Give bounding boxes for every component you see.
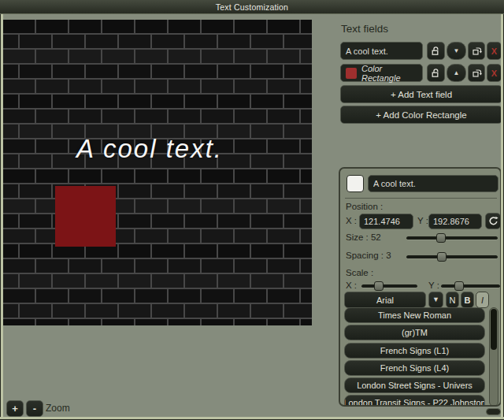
zoom-label: Zoom — [46, 403, 70, 414]
text-customization-window: Text Customization ? X A cool text. Text… — [0, 0, 504, 420]
horizontal-scrollbar-thumb[interactable] — [486, 408, 501, 415]
brick-row — [3, 304, 312, 318]
spacing-slider-thumb[interactable] — [437, 252, 447, 262]
move-up-button[interactable]: ▲ — [447, 64, 466, 82]
add-color-rectangle-label: + Add Color Rectangle — [376, 110, 466, 120]
arrow-down-icon: ▼ — [454, 48, 460, 54]
reset-position-button[interactable] — [485, 213, 501, 229]
add-text-field-button[interactable]: + Add Text field — [340, 85, 502, 103]
font-dropdown-button[interactable]: ▼ — [428, 292, 443, 308]
brick-row — [3, 259, 312, 273]
position-label: Position : — [346, 202, 383, 211]
brick-row — [3, 319, 312, 325]
font-option-label: (gr)TM — [402, 328, 428, 337]
scale-x-slider[interactable] — [361, 284, 417, 288]
brick-row — [3, 50, 312, 63]
font-option[interactable]: French Signs (L4) — [344, 360, 485, 376]
brick-row — [3, 95, 312, 108]
scale-label: Scale : — [346, 268, 373, 277]
position-x-label: X : — [346, 216, 357, 225]
brick-row — [3, 244, 312, 258]
font-option-label: French Signs (L4) — [380, 363, 449, 373]
text-value-input[interactable] — [368, 175, 498, 192]
delete-text-field-button[interactable]: X — [487, 42, 502, 60]
refresh-icon — [488, 216, 498, 226]
preview-text[interactable]: A cool text. — [76, 134, 223, 164]
preview-canvas[interactable]: A cool text. — [3, 20, 312, 325]
window-border — [0, 13, 3, 420]
move-down-button[interactable]: ▼ — [447, 42, 466, 60]
text-color-swatch[interactable] — [346, 175, 364, 192]
delete-color-rectangle-button[interactable]: X — [487, 64, 502, 82]
font-option-label: London Transit Signs - P22 Johnston — [344, 398, 485, 407]
properties-panel: Position : X : Y : Size : 52 Spacing : 3… — [339, 167, 502, 407]
brick-wall-texture — [3, 20, 312, 325]
window-border — [501, 13, 504, 420]
brick-row — [3, 65, 312, 78]
text-field-item[interactable]: A cool text. — [340, 42, 423, 60]
style-italic-label: I — [481, 295, 484, 305]
duplicate-icon — [472, 46, 482, 56]
color-rectangle-swatch[interactable] — [346, 68, 357, 79]
chevron-down-icon: ▼ — [432, 296, 439, 303]
font-option[interactable]: (gr)TM — [344, 325, 485, 340]
arrow-up-icon: ▲ — [454, 70, 460, 76]
style-normal-button[interactable]: N — [446, 292, 459, 308]
zoom-out-button[interactable]: - — [26, 400, 43, 417]
style-normal-label: N — [450, 295, 456, 305]
font-list-scrollbar-thumb[interactable] — [491, 309, 497, 350]
window-title: Text Customization — [216, 2, 288, 12]
font-option-label: French Signs (L1) — [380, 346, 449, 355]
lock-button[interactable] — [427, 42, 445, 60]
unlock-icon — [431, 46, 441, 56]
position-y-label: Y : — [417, 216, 428, 225]
delete-icon: X — [491, 46, 497, 56]
duplicate-button[interactable] — [468, 42, 485, 60]
font-list-scrollbar[interactable] — [489, 307, 498, 407]
scale-x-label: X : — [346, 281, 357, 290]
font-option[interactable]: London Transit Signs - P22 Johnston — [344, 395, 485, 407]
style-italic-button[interactable]: I — [476, 292, 489, 308]
style-bold-button[interactable]: B — [461, 292, 474, 308]
brick-row — [3, 110, 312, 123]
text-field-item-label: A cool text. — [346, 46, 388, 56]
size-slider-thumb[interactable] — [436, 233, 446, 243]
brick-row — [3, 229, 312, 243]
brick-row — [3, 80, 312, 93]
separator — [345, 198, 497, 199]
add-text-field-label: + Add Text field — [391, 90, 452, 99]
size-slider[interactable] — [406, 236, 498, 240]
font-option[interactable]: French Signs (L1) — [344, 343, 485, 359]
size-label: Size : 52 — [346, 232, 381, 242]
font-selected-label: Arial — [376, 295, 394, 305]
font-option-label: London Street Signs - Univers — [357, 381, 472, 390]
minus-icon: - — [33, 403, 36, 414]
preview-color-rectangle[interactable] — [55, 186, 116, 247]
spacing-slider[interactable] — [406, 255, 498, 259]
brick-row — [3, 214, 312, 228]
font-select-button[interactable]: Arial — [344, 292, 426, 308]
text-fields-header: Text fields — [341, 23, 388, 35]
scale-y-slider[interactable] — [441, 284, 500, 288]
scale-y-slider-thumb[interactable] — [454, 281, 464, 291]
duplicate-button[interactable] — [468, 64, 485, 82]
color-rectangle-item[interactable]: Color Rectangle — [340, 64, 423, 82]
brick-row — [3, 169, 312, 183]
brick-row — [3, 199, 312, 213]
font-option-label: Times New Roman — [378, 310, 451, 320]
titlebar[interactable]: Text Customization — [0, 0, 504, 14]
zoom-in-button[interactable]: + — [6, 400, 24, 417]
brick-row — [3, 20, 312, 33]
font-option[interactable]: Times New Roman — [344, 307, 485, 323]
font-option[interactable]: London Street Signs - Univers — [344, 377, 485, 393]
position-x-input[interactable] — [359, 214, 413, 229]
unlock-icon — [431, 68, 441, 78]
color-rectangle-item-label: Color Rectangle — [361, 64, 417, 83]
add-color-rectangle-button[interactable]: + Add Color Rectangle — [340, 106, 502, 124]
spacing-label: Spacing : 3 — [346, 251, 391, 260]
scale-x-slider-thumb[interactable] — [374, 281, 384, 291]
position-y-input[interactable] — [428, 214, 482, 229]
lock-button[interactable] — [427, 64, 445, 82]
window-border — [0, 417, 504, 420]
brick-row — [3, 35, 312, 48]
